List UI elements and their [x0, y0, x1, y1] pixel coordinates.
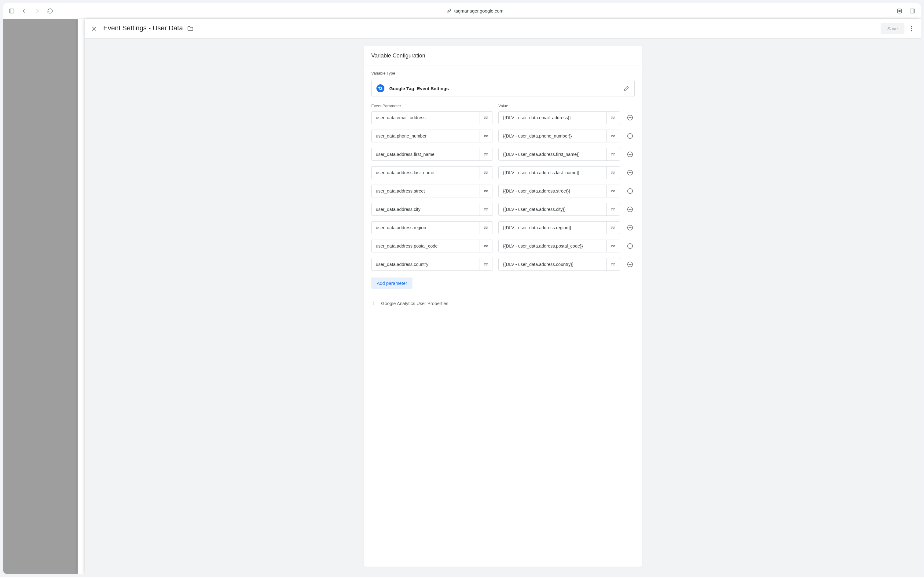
variable-picker-icon[interactable] — [606, 111, 620, 124]
svg-rect-26 — [484, 136, 485, 137]
svg-rect-96 — [484, 245, 486, 246]
svg-point-10 — [911, 28, 912, 29]
param-name-input[interactable] — [372, 166, 479, 179]
variable-type-selector[interactable]: Google Tag: Event Settings — [371, 80, 635, 97]
svg-rect-115 — [612, 265, 612, 266]
svg-rect-87 — [486, 228, 487, 229]
variable-picker-icon[interactable] — [479, 111, 493, 124]
variable-picker-icon[interactable] — [606, 258, 620, 271]
param-value-input[interactable] — [499, 166, 606, 179]
parameter-row — [371, 203, 635, 216]
param-name-input[interactable] — [372, 185, 479, 197]
svg-rect-17 — [612, 117, 613, 118]
chevron-right-icon — [371, 301, 375, 306]
remove-row-icon[interactable] — [625, 114, 635, 121]
param-value-input[interactable] — [499, 111, 606, 124]
param-value-field — [498, 166, 620, 179]
param-name-field — [371, 166, 493, 179]
remove-row-icon[interactable] — [625, 261, 635, 268]
reload-icon[interactable] — [47, 8, 53, 14]
variable-picker-icon[interactable] — [479, 222, 493, 234]
svg-rect-0 — [10, 9, 14, 13]
variable-picker-icon[interactable] — [606, 148, 620, 160]
remove-row-icon[interactable] — [625, 169, 635, 176]
svg-rect-31 — [612, 136, 612, 137]
folder-icon[interactable] — [187, 25, 194, 31]
variable-picker-icon[interactable] — [606, 185, 620, 197]
url-text: tagmanager.google.com — [454, 8, 504, 13]
svg-rect-25 — [486, 135, 488, 136]
variable-picker-icon[interactable] — [479, 240, 493, 252]
svg-rect-14 — [484, 118, 485, 119]
variable-picker-icon[interactable] — [606, 130, 620, 142]
param-value-input[interactable] — [499, 222, 606, 234]
remove-row-icon[interactable] — [625, 242, 635, 250]
param-name-field — [371, 148, 493, 161]
remove-row-icon[interactable] — [625, 132, 635, 140]
param-name-input[interactable] — [372, 203, 479, 216]
svg-rect-84 — [484, 227, 486, 228]
svg-rect-54 — [613, 172, 615, 172]
svg-rect-60 — [484, 190, 486, 191]
svg-rect-62 — [484, 191, 485, 192]
remove-row-icon[interactable] — [625, 151, 635, 158]
close-icon[interactable] — [91, 26, 97, 32]
user-properties-section[interactable]: Google Analytics User Properties — [364, 295, 642, 311]
svg-rect-53 — [612, 172, 613, 172]
param-value-input[interactable] — [499, 258, 606, 271]
svg-rect-98 — [484, 246, 485, 247]
svg-rect-77 — [612, 208, 613, 210]
param-value-input[interactable] — [499, 148, 606, 160]
svg-rect-2 — [897, 9, 901, 13]
variable-picker-icon[interactable] — [606, 222, 620, 234]
variable-picker-icon[interactable] — [479, 130, 493, 142]
address-bar[interactable]: tagmanager.google.com — [60, 8, 890, 13]
more-menu-icon[interactable] — [908, 25, 915, 32]
param-value-input[interactable] — [499, 130, 606, 142]
variable-picker-icon[interactable] — [479, 203, 493, 216]
parameter-row — [371, 148, 635, 161]
save-button[interactable]: Save — [881, 23, 905, 34]
variable-picker-icon[interactable] — [606, 166, 620, 179]
svg-rect-78 — [613, 208, 615, 210]
svg-rect-113 — [612, 263, 613, 264]
variable-editor-panel: Event Settings - User Data Save Variable… — [85, 19, 921, 574]
variable-picker-icon[interactable] — [479, 258, 493, 271]
param-value-input[interactable] — [499, 203, 606, 216]
param-value-input[interactable] — [499, 185, 606, 197]
svg-rect-66 — [613, 190, 615, 191]
param-name-input[interactable] — [372, 130, 479, 142]
svg-rect-41 — [612, 153, 613, 154]
add-parameter-button[interactable]: Add parameter — [371, 277, 412, 289]
param-value-field — [498, 130, 620, 142]
edit-icon[interactable] — [623, 85, 629, 91]
stacked-icon[interactable] — [897, 8, 903, 14]
panels-icon[interactable] — [910, 8, 916, 14]
svg-rect-27 — [486, 136, 487, 137]
param-name-input[interactable] — [372, 240, 479, 252]
variable-picker-icon[interactable] — [606, 240, 620, 252]
param-name-field — [371, 203, 493, 216]
param-name-input[interactable] — [372, 111, 479, 124]
param-name-input[interactable] — [372, 258, 479, 271]
param-name-input[interactable] — [372, 222, 479, 234]
sidebar-toggle-icon[interactable] — [8, 8, 14, 14]
svg-rect-85 — [486, 227, 488, 228]
variable-picker-icon[interactable] — [479, 166, 493, 179]
remove-row-icon[interactable] — [625, 206, 635, 213]
remove-row-icon[interactable] — [625, 224, 635, 231]
panel-title[interactable]: Event Settings - User Data — [103, 24, 183, 32]
variable-picker-icon[interactable] — [606, 203, 620, 216]
svg-rect-101 — [612, 245, 613, 246]
param-value-input[interactable] — [499, 240, 606, 252]
param-value-field — [498, 258, 620, 271]
remove-row-icon[interactable] — [625, 187, 635, 195]
variable-picker-icon[interactable] — [479, 185, 493, 197]
svg-rect-99 — [486, 246, 487, 247]
back-icon[interactable] — [21, 8, 27, 14]
svg-rect-116 — [613, 265, 614, 266]
param-name-input[interactable] — [372, 148, 479, 160]
variable-picker-icon[interactable] — [479, 148, 493, 160]
svg-rect-72 — [484, 208, 486, 210]
svg-rect-61 — [486, 190, 488, 191]
